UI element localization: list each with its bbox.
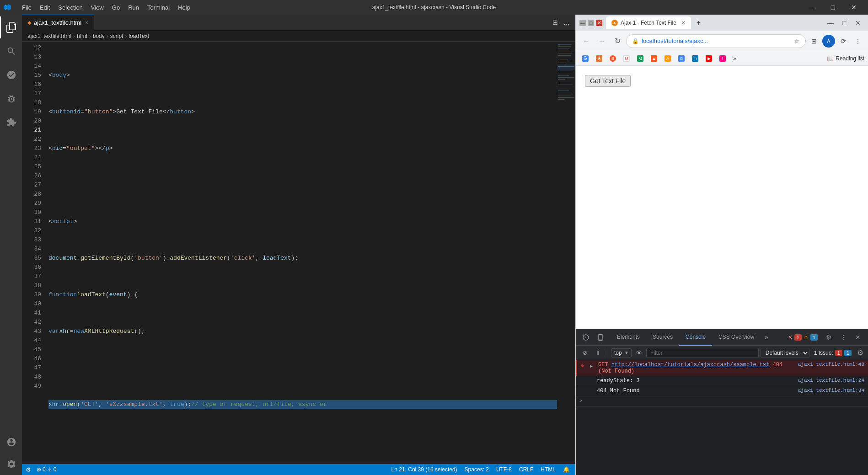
menu-view[interactable]: View	[87, 3, 107, 12]
code-content[interactable]: <body> <button id="button">Get Text File…	[45, 42, 557, 464]
bookmark-aws[interactable]: A	[662, 54, 674, 63]
nav-forward-btn[interactable]: →	[595, 34, 609, 48]
dt-clear-btn[interactable]: ⊘	[579, 347, 590, 358]
dt-error-badge-btn[interactable]: ✕ 1 ⚠ 1	[785, 333, 820, 342]
console-prompt-row[interactable]: ›	[576, 396, 868, 406]
bookmark-firebase[interactable]: ▲	[648, 54, 660, 63]
bookmark-star-icon[interactable]: ☆	[794, 37, 800, 45]
dt-close-btn[interactable]: ✕	[852, 331, 864, 344]
bookmark-youtube[interactable]: ▶	[703, 54, 715, 63]
tab-close-btn[interactable]: ×	[85, 20, 88, 26]
bookmark-brave[interactable]: B	[607, 54, 619, 63]
menu-edit[interactable]: Edit	[36, 3, 54, 12]
activity-run-debug[interactable]	[0, 88, 22, 110]
encoding-indicator[interactable]: UTF-8	[494, 466, 514, 473]
dt-eye-btn[interactable]: 👁	[633, 347, 644, 358]
notification-bell[interactable]: 🔔	[561, 466, 572, 473]
dt-more-tabs[interactable]: »	[761, 333, 772, 342]
breadcrumb-loadtext[interactable]: loadText	[129, 33, 149, 39]
menu-file[interactable]: File	[18, 3, 35, 12]
console-error-expand[interactable]: ▶	[590, 363, 595, 369]
maximize-button[interactable]: □	[822, 0, 843, 15]
svg-rect-7	[558, 61, 573, 61]
activity-search[interactable]	[0, 40, 22, 62]
nav-reload-btn[interactable]: ↻	[611, 34, 624, 48]
profiles-btn[interactable]: A	[822, 35, 835, 48]
language-indicator[interactable]: HTML	[539, 466, 557, 473]
spaces-indicator[interactable]: Spaces: 2	[463, 466, 491, 473]
dt-issue-count[interactable]: 1 Issue: 1 1	[811, 349, 854, 357]
minimap-svg	[557, 42, 575, 362]
active-tab[interactable]: ◆ ajax1_textfile.html ×	[22, 15, 94, 31]
line-ending-indicator[interactable]: CRLF	[517, 466, 535, 473]
breadcrumb-body[interactable]: body	[93, 33, 105, 39]
status-left: ⚙ ⊗ 0 ⚠ 0	[26, 466, 58, 473]
bookmark-g1[interactable]: G	[579, 54, 591, 63]
line-numbers: 12 13 14 15 16 17 18 19 20 21 22 23 24 2…	[22, 42, 45, 464]
menu-go[interactable]: Go	[108, 3, 123, 12]
menu-selection[interactable]: Selection	[54, 3, 86, 12]
browser-close-btn[interactable]: ✕	[596, 20, 602, 26]
console-error-link[interactable]: ajax1_textfile.html:48	[798, 362, 864, 367]
minimize-button[interactable]: —	[801, 0, 822, 15]
browser-new-tab-btn[interactable]: +	[693, 17, 704, 29]
breadcrumb-script[interactable]: script	[110, 33, 123, 39]
activity-explorer[interactable]	[0, 16, 22, 38]
browser-tab-active[interactable]: A Ajax 1 - Fetch Text File ✕	[606, 16, 691, 29]
browser-panel: — □ ✕ A Ajax 1 - Fetch Text File ✕ + — □…	[575, 15, 868, 475]
menu-dots-btn[interactable]: ⋮	[852, 35, 864, 48]
bookmark-maps[interactable]: M	[634, 54, 646, 63]
activity-extensions[interactable]	[0, 112, 22, 133]
nav-back-btn[interactable]: ←	[579, 34, 593, 48]
get-text-file-button[interactable]: Get Text File	[585, 75, 631, 87]
console-readystate-content: readyState: 3	[597, 378, 795, 384]
bookmark-gcp[interactable]: G	[675, 54, 687, 63]
tab-console[interactable]: Console	[679, 329, 712, 346]
reading-list-label[interactable]: 📖 Reading list	[827, 55, 864, 62]
tab-css-overview[interactable]: CSS Overview	[712, 329, 761, 346]
dt-level-select[interactable]: Default levels	[761, 348, 809, 358]
sync-btn[interactable]: ⟳	[837, 35, 850, 48]
bookmark-gmail[interactable]: M	[621, 54, 632, 63]
dt-settings-gear-btn[interactable]: ⚙	[856, 347, 864, 358]
dt-overflow-btn[interactable]: ⋮	[837, 331, 850, 344]
console-readystate-link[interactable]: ajax1_textfile.html:24	[798, 378, 864, 383]
address-bar[interactable]: 🔒 localhost/tutorials/ajaxc... ☆	[626, 34, 806, 48]
browser-win-max[interactable]: □	[838, 16, 851, 29]
bookmark-flickr[interactable]: f	[717, 54, 729, 63]
browser-maximize-btn[interactable]: □	[588, 20, 594, 26]
browser-tab-close[interactable]: ✕	[681, 20, 686, 26]
activity-source-control[interactable]	[0, 64, 22, 86]
dt-pause-btn[interactable]: ⏸	[592, 347, 603, 358]
close-button[interactable]: ✕	[843, 0, 864, 15]
menu-help[interactable]: Help	[174, 3, 194, 12]
browser-win-close[interactable]: ✕	[852, 16, 864, 29]
console-error-url[interactable]: http://localhost/tutorials/ajaxcrash/ssa…	[611, 362, 770, 368]
dt-top-select[interactable]: top	[611, 348, 632, 358]
app-icon	[4, 4, 11, 11]
tab-sources[interactable]: Sources	[646, 329, 679, 346]
activity-accounts[interactable]	[0, 431, 22, 453]
tab-elements[interactable]: Elements	[611, 329, 646, 346]
dt-filter-input[interactable]	[646, 348, 759, 358]
console-404-link[interactable]: ajax1_textfile.html:34	[798, 388, 864, 393]
status-bar: ⚙ ⊗ 0 ⚠ 0 Ln 21, Col 39 (16 selected) Sp…	[22, 464, 575, 475]
menu-terminal[interactable]: Terminal	[144, 3, 173, 12]
dt-settings-btn[interactable]: ⚙	[822, 331, 835, 344]
activity-settings[interactable]	[0, 453, 22, 475]
bookmark-more[interactable]: »	[730, 54, 739, 63]
browser-minimize-btn[interactable]: —	[579, 20, 586, 26]
bookmark-star[interactable]: ★	[593, 54, 605, 63]
split-editor-btn[interactable]: ⊞	[551, 18, 560, 27]
bookmark-linkedin[interactable]: in	[689, 54, 701, 63]
menu-run[interactable]: Run	[124, 3, 143, 12]
browser-win-min[interactable]: —	[824, 16, 837, 29]
extensions-btn[interactable]: ⊞	[808, 35, 820, 48]
error-count[interactable]: ⊗ 0 ⚠ 0	[35, 466, 58, 473]
line-col-indicator[interactable]: Ln 21, Col 39 (16 selected)	[390, 466, 459, 473]
dt-device-btn[interactable]	[594, 331, 607, 344]
breadcrumb-file[interactable]: ajax1_textfile.html	[27, 33, 71, 39]
more-actions-btn[interactable]: …	[562, 18, 572, 27]
dt-inspect-btn[interactable]	[579, 331, 592, 344]
breadcrumb-html[interactable]: html	[77, 33, 87, 39]
